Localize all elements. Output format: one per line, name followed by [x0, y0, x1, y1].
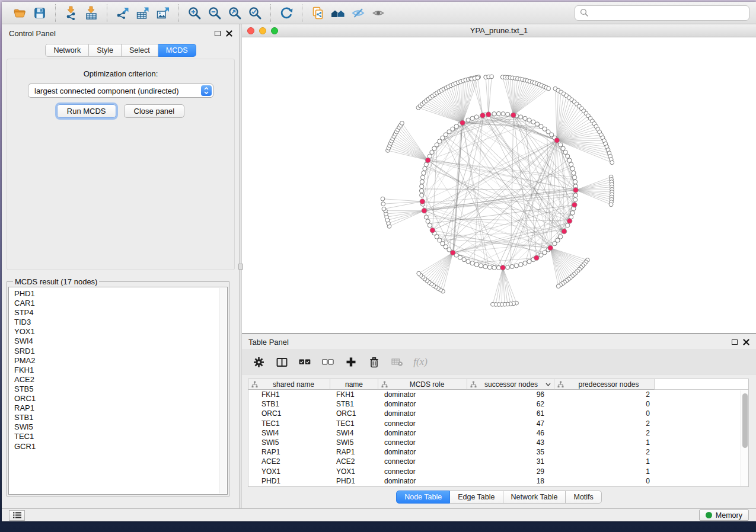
mcds-result-item[interactable]: SWI5 [14, 422, 227, 432]
network-node[interactable] [435, 235, 439, 239]
tab-mcds[interactable]: MCDS [158, 44, 196, 57]
select-all-rows-button[interactable] [295, 353, 314, 371]
table-row[interactable]: ACE2ACE2connector311 [248, 457, 748, 466]
network-node[interactable] [559, 143, 563, 147]
tab-select[interactable]: Select [122, 44, 158, 57]
network-node[interactable] [501, 112, 505, 116]
network-node[interactable] [420, 193, 424, 197]
mcds-node[interactable] [420, 199, 425, 204]
mcds-result-item[interactable]: RAP1 [14, 403, 227, 413]
maximize-window-icon[interactable] [271, 27, 278, 34]
save-session-button[interactable] [30, 4, 50, 22]
mcds-node[interactable] [562, 229, 567, 234]
column-header-predecessor-nodes[interactable]: predecessor nodes [554, 379, 655, 390]
show-columns-button[interactable] [272, 353, 291, 371]
network-node[interactable] [479, 264, 483, 268]
export-network-button[interactable] [113, 4, 133, 22]
network-node[interactable] [426, 219, 430, 223]
table-scrollbar[interactable] [741, 390, 748, 486]
mcds-result-item[interactable]: STB5 [14, 384, 227, 394]
show-panels-button[interactable] [9, 510, 25, 521]
network-node[interactable] [454, 124, 458, 129]
table-row[interactable]: FKH1FKH1dominator962 [248, 390, 748, 399]
network-node[interactable] [483, 264, 487, 268]
mcds-node[interactable] [460, 120, 465, 126]
network-node[interactable] [474, 262, 479, 267]
network-node[interactable] [561, 146, 565, 150]
network-node[interactable] [423, 166, 427, 171]
network-node[interactable] [523, 116, 527, 120]
tab-edge-table[interactable]: Edge Table [450, 491, 503, 504]
network-node[interactable] [573, 180, 578, 184]
criterion-select[interactable]: largest connected component (undirected) [28, 84, 213, 98]
network-node[interactable] [476, 76, 480, 80]
first-neighbors-button[interactable] [328, 4, 348, 22]
float-panel-icon[interactable] [215, 31, 221, 36]
network-node[interactable] [420, 180, 424, 184]
network-node[interactable] [474, 115, 479, 119]
mcds-result-item[interactable]: SWI4 [14, 336, 227, 346]
minimize-window-icon[interactable] [259, 27, 266, 34]
network-node[interactable] [381, 197, 385, 201]
network-node[interactable] [458, 255, 462, 259]
table-row[interactable]: TEC1TEC1connector472 [248, 419, 748, 428]
network-node[interactable] [609, 203, 613, 207]
close-table-panel-icon[interactable] [743, 339, 749, 345]
network-node[interactable] [514, 264, 518, 268]
mcds-result-item[interactable]: CAR1 [14, 299, 227, 308]
table-row[interactable]: SWI4SWI4dominator462 [248, 428, 748, 438]
mcds-result-item[interactable]: PMA2 [14, 356, 227, 366]
network-node[interactable] [570, 211, 575, 215]
network-node[interactable] [470, 116, 474, 120]
network-node[interactable] [417, 271, 421, 275]
mcds-node[interactable] [548, 245, 553, 251]
zoom-in-button[interactable] [184, 4, 205, 22]
mcds-node[interactable] [572, 202, 578, 207]
open-session-button[interactable] [9, 4, 30, 22]
close-window-icon[interactable] [247, 27, 254, 34]
mcds-result-item[interactable]: ORC1 [14, 394, 227, 403]
network-node[interactable] [430, 150, 434, 154]
mcds-node[interactable] [422, 208, 427, 213]
splitter-handle[interactable] [238, 264, 243, 270]
export-image-button[interactable] [153, 4, 173, 22]
network-node[interactable] [420, 184, 424, 188]
network-node[interactable] [466, 118, 470, 122]
network-node[interactable] [505, 112, 509, 116]
network-node[interactable] [547, 86, 551, 91]
network-node[interactable] [535, 122, 539, 126]
float-table-panel-icon[interactable] [732, 339, 738, 345]
column-header-name[interactable]: name [330, 379, 378, 390]
mcds-result-item[interactable]: YOX1 [14, 327, 227, 336]
network-node[interactable] [543, 251, 547, 255]
tab-node-table[interactable]: Node Table [396, 491, 450, 504]
mcds-result-item[interactable]: TID3 [14, 318, 227, 327]
show-all-button[interactable] [368, 4, 388, 22]
network-node[interactable] [466, 259, 470, 264]
network-node[interactable] [491, 302, 495, 306]
network-node[interactable] [496, 111, 500, 116]
network-node[interactable] [470, 261, 474, 265]
network-node[interactable] [422, 171, 426, 175]
mcds-result-item[interactable]: ACE2 [14, 375, 227, 384]
zoom-fit-button[interactable] [225, 4, 245, 22]
mcds-result-item[interactable]: PHD1 [14, 289, 227, 299]
import-table-button[interactable] [81, 4, 101, 22]
tab-network-table[interactable]: Network Table [503, 491, 566, 504]
table-scrollbar-thumb[interactable] [742, 393, 748, 448]
mcds-result-item[interactable]: GCR1 [14, 442, 227, 451]
column-header-MCDS-role[interactable]: MCDS role [378, 379, 467, 390]
network-canvas[interactable] [242, 37, 756, 333]
table-row[interactable]: RAP1RAP1dominator352 [248, 447, 748, 457]
network-node[interactable] [566, 223, 570, 227]
network-node[interactable] [573, 197, 578, 201]
tab-style[interactable]: Style [89, 44, 122, 57]
zoom-out-button[interactable] [205, 4, 225, 22]
zoom-selected-button[interactable] [245, 4, 265, 22]
deselect-all-rows-button[interactable] [318, 353, 337, 371]
network-node[interactable] [492, 265, 496, 270]
network-node[interactable] [510, 264, 514, 268]
network-node[interactable] [553, 242, 557, 246]
mcds-node[interactable] [511, 113, 516, 118]
network-node[interactable] [539, 253, 543, 257]
